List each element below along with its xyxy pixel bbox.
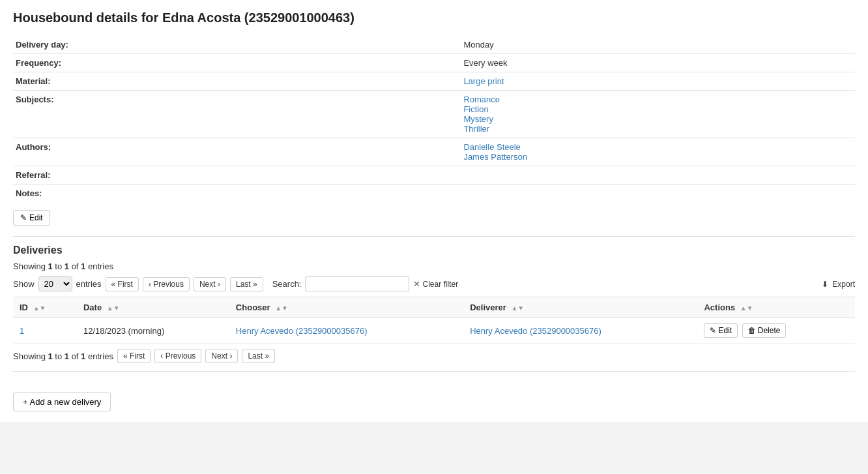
sort-icon-date: ▲▼ xyxy=(107,304,120,312)
next-button-bottom[interactable]: Next › xyxy=(205,349,238,363)
show-select[interactable]: 10 20 50 100 xyxy=(38,276,72,291)
showing-top: Showing 1 to 1 of 1 entries xyxy=(13,261,855,271)
cell-date: 12/18/2023 (morning) xyxy=(77,318,229,344)
deliverer-link[interactable]: Henry Acevedo (23529000035676) xyxy=(470,326,601,336)
delivery-day-label: Delivery day: xyxy=(13,36,461,54)
deliveries-table: ID ▲▼ Date ▲▼ Chooser ▲▼ Deliverer ▲▼ Ac… xyxy=(13,297,855,344)
row-edit-button[interactable]: ✎ Edit xyxy=(704,323,738,338)
export-button[interactable]: ⬇ Export xyxy=(822,280,855,289)
material-value: Large print xyxy=(461,72,855,91)
cell-deliverer: Henry Acevedo (23529000035676) xyxy=(463,318,697,344)
search-label: Search: xyxy=(272,279,302,289)
frequency-value: Every week xyxy=(461,54,855,72)
table-controls-bottom: Showing 1 to 1 of 1 entries « First ‹ Pr… xyxy=(13,349,855,363)
subjects-label: Subjects: xyxy=(13,91,461,138)
notes-value xyxy=(461,185,855,203)
col-header-date[interactable]: Date ▲▼ xyxy=(77,297,229,318)
edit-button[interactable]: ✎ Edit xyxy=(13,210,50,226)
sort-icon-deliverer: ▲▼ xyxy=(511,304,524,312)
cell-chooser: Henry Acevedo (23529000035676) xyxy=(229,318,463,344)
col-header-deliverer[interactable]: Deliverer ▲▼ xyxy=(463,297,697,318)
page-title: Housebound details for Edna Acosta (2352… xyxy=(13,10,855,25)
col-header-id[interactable]: ID ▲▼ xyxy=(13,297,77,318)
cell-actions: ✎ Edit 🗑 Delete xyxy=(697,318,855,344)
add-delivery-button[interactable]: + Add a new delivery xyxy=(13,393,111,411)
show-label: Show xyxy=(13,279,35,289)
last-button-bottom[interactable]: Last » xyxy=(242,349,275,363)
details-table: Delivery day: Monday Frequency: Every we… xyxy=(13,36,855,202)
sort-icon-id: ▲▼ xyxy=(33,304,46,312)
chooser-link[interactable]: Henry Acevedo (23529000035676) xyxy=(236,326,368,336)
id-link[interactable]: 1 xyxy=(20,326,24,336)
showing-bottom: Showing 1 to 1 of 1 entries xyxy=(13,351,113,361)
referral-label: Referral: xyxy=(13,166,461,185)
last-button-top[interactable]: Last » xyxy=(230,277,263,291)
download-icon: ⬇ xyxy=(822,280,828,289)
next-button-top[interactable]: Next › xyxy=(194,277,226,291)
clear-filter-button[interactable]: ✕ Clear filter xyxy=(413,279,458,289)
previous-button-top[interactable]: ‹ Previous xyxy=(143,277,190,291)
first-button-top[interactable]: « First xyxy=(106,277,139,291)
table-row: 1 12/18/2023 (morning) Henry Acevedo (23… xyxy=(13,318,855,344)
row-edit-icon: ✎ xyxy=(710,326,716,335)
cell-id: 1 xyxy=(13,318,77,344)
notes-label: Notes: xyxy=(13,185,461,203)
frequency-label: Frequency: xyxy=(13,54,461,72)
section-divider xyxy=(13,236,855,237)
delivery-day-value: Monday xyxy=(461,36,855,54)
pencil-icon: ✎ xyxy=(20,213,27,222)
col-header-actions[interactable]: Actions ▲▼ xyxy=(697,297,855,318)
deliveries-section-title: Deliveries xyxy=(13,244,855,256)
row-delete-icon: 🗑 xyxy=(748,326,756,335)
row-delete-button[interactable]: 🗑 Delete xyxy=(742,323,787,338)
bottom-divider xyxy=(13,371,855,372)
authors-value: Danielle Steele James Patterson xyxy=(461,138,855,166)
authors-label: Authors: xyxy=(13,138,461,166)
material-label: Material: xyxy=(13,72,461,91)
sort-icon-chooser: ▲▼ xyxy=(275,304,288,312)
x-icon: ✕ xyxy=(413,279,420,289)
subjects-value: Romance Fiction Mystery Thriller xyxy=(461,91,855,138)
first-button-bottom[interactable]: « First xyxy=(117,349,151,363)
search-input[interactable] xyxy=(305,276,409,291)
sort-icon-actions: ▲▼ xyxy=(740,304,753,312)
previous-button-bottom[interactable]: ‹ Previous xyxy=(154,349,201,363)
entries-label: entries xyxy=(76,279,102,289)
table-controls-top: Show 10 20 50 100 entries « First ‹ Prev… xyxy=(13,276,855,291)
col-header-chooser[interactable]: Chooser ▲▼ xyxy=(229,297,463,318)
referral-value xyxy=(461,166,855,185)
